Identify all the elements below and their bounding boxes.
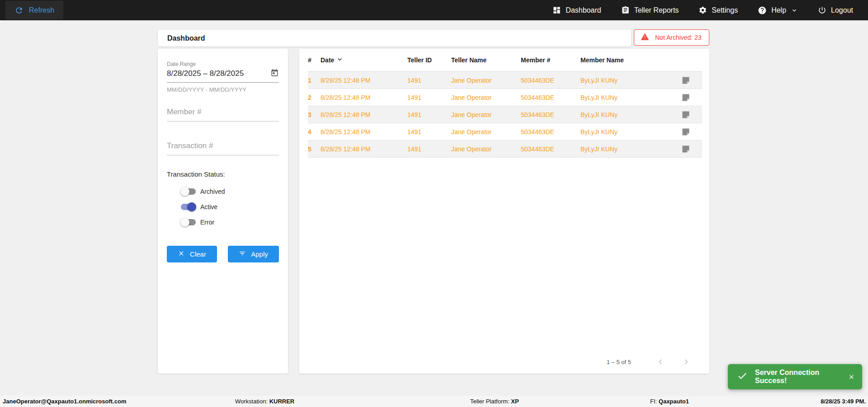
table-header-row: # Date Teller ID Teller Name Member # Me… — [308, 49, 702, 72]
close-icon — [178, 250, 185, 258]
col-header-date-label: Date — [321, 56, 334, 64]
note-icon[interactable] — [669, 145, 702, 154]
col-header-teller-name[interactable]: Teller Name — [451, 56, 521, 64]
toggle-error-switch — [180, 218, 196, 227]
date-range-helper: MM/DD/YYYY - MM/DD/YYYY — [167, 86, 279, 93]
note-icon[interactable] — [669, 127, 702, 136]
toggle-active[interactable]: Active — [180, 202, 279, 211]
cell-num: 1 — [308, 77, 321, 84]
table-row[interactable]: 5 8/28/25 12:48 PM 1491 Jane Operator 50… — [308, 140, 702, 158]
apply-button[interactable]: Apply — [228, 246, 279, 262]
toast-message: Server Connection Success! — [755, 369, 848, 385]
status-workstation-label: Workstation: — [235, 398, 268, 405]
table-row[interactable]: 1 8/28/25 12:48 PM 1491 Jane Operator 50… — [308, 72, 702, 89]
filter-buttons: Clear Apply — [167, 246, 279, 262]
col-header-num[interactable]: # — [308, 56, 321, 64]
cell-teller-id: 1491 — [407, 94, 451, 101]
table-body: 1 8/28/25 12:48 PM 1491 Jane Operator 50… — [308, 72, 702, 158]
col-header-date[interactable]: Date — [321, 56, 407, 65]
cell-member-num: 5034463DE — [521, 128, 580, 136]
transactions-panel: # Date Teller ID Teller Name Member # Me… — [299, 49, 709, 374]
nav-logout[interactable]: Logout — [818, 6, 853, 14]
col-header-member-num[interactable]: Member # — [521, 56, 580, 64]
refresh-label: Refresh — [29, 6, 54, 14]
toggle-active-switch — [180, 202, 196, 211]
status-teller-platform: Teller Platform: XP — [470, 398, 519, 405]
cell-member-name: ByLyJI KUNy — [580, 111, 669, 118]
cell-teller-name: Jane Operator — [451, 145, 521, 153]
refresh-button[interactable]: Refresh — [5, 1, 63, 19]
dashboard-icon — [552, 6, 561, 14]
cell-teller-name: Jane Operator — [451, 77, 521, 84]
cell-date: 8/28/25 12:48 PM — [321, 128, 407, 136]
page-title: Dashboard — [167, 34, 205, 42]
calendar-icon[interactable] — [270, 69, 279, 79]
nav-dashboard[interactable]: Dashboard — [552, 6, 601, 14]
power-icon — [818, 6, 826, 14]
col-header-teller-id[interactable]: Teller ID — [407, 56, 451, 64]
nav-dashboard-label: Dashboard — [566, 6, 601, 14]
toggle-error[interactable]: Error — [180, 218, 279, 227]
status-datetime: 8/28/25 3:49 PM. — [821, 398, 866, 405]
status-fi-value: Qaxpauto1 — [659, 398, 689, 405]
nav-right: Dashboard Teller Reports Settings Help — [552, 6, 853, 15]
note-icon[interactable] — [669, 110, 702, 119]
page-next-icon[interactable] — [681, 357, 691, 367]
cell-date: 8/28/25 12:48 PM — [321, 94, 407, 101]
refresh-icon — [14, 6, 24, 15]
table-row[interactable]: 4 8/28/25 12:48 PM 1491 Jane Operator 50… — [308, 123, 702, 140]
cell-date: 8/28/25 12:48 PM — [321, 77, 407, 84]
date-range-input[interactable] — [167, 69, 257, 78]
cell-teller-id: 1491 — [407, 128, 451, 136]
toggle-archived[interactable]: Archived — [180, 187, 279, 196]
not-archived-badge[interactable]: Not Archived: 23 — [634, 29, 709, 46]
cell-member-name: ByLyJI KUNy — [580, 94, 669, 101]
cell-member-name: ByLyJI KUNy — [580, 145, 669, 153]
nav-logout-label: Logout — [831, 6, 853, 14]
note-icon[interactable] — [669, 76, 702, 85]
table-row[interactable]: 2 8/28/25 12:48 PM 1491 Jane Operator 50… — [308, 89, 702, 106]
toggle-active-label: Active — [200, 203, 217, 211]
transaction-status-label: Transaction Status: — [167, 170, 279, 178]
date-range-field — [167, 69, 279, 83]
chevron-down-icon — [791, 7, 798, 14]
gear-icon — [698, 6, 707, 14]
top-nav: Refresh Dashboard Teller Reports Setting… — [0, 0, 868, 20]
date-range-label: Date Range — [167, 61, 279, 67]
nav-help[interactable]: Help — [758, 6, 798, 15]
check-icon — [737, 370, 748, 383]
cell-num: 5 — [308, 145, 321, 153]
sort-desc-icon — [336, 56, 344, 65]
col-header-member-name[interactable]: Member Name — [580, 56, 669, 64]
filters-panel: Date Range MM/DD/YYYY - MM/DD/YYYY Trans… — [158, 49, 288, 374]
success-toast: Server Connection Success! — [728, 364, 862, 389]
nav-teller-reports-label: Teller Reports — [634, 6, 679, 14]
member-number-input[interactable] — [167, 108, 279, 122]
help-icon — [758, 6, 767, 15]
transaction-number-input[interactable] — [167, 141, 279, 155]
cell-member-num: 5034463DE — [521, 94, 580, 101]
cell-member-name: ByLyJI KUNy — [580, 128, 669, 136]
status-user: JaneOperator@Qaxpauto1.onmicrosoft.com — [3, 398, 126, 405]
cell-num: 4 — [308, 128, 321, 136]
table-row[interactable]: 3 8/28/25 12:48 PM 1491 Jane Operator 50… — [308, 106, 702, 123]
status-workstation-value: KURRER — [269, 398, 295, 405]
nav-settings[interactable]: Settings — [698, 6, 738, 14]
cell-member-num: 5034463DE — [521, 111, 580, 118]
cell-teller-id: 1491 — [407, 145, 451, 153]
status-platform-label: Teller Platform: — [470, 398, 509, 405]
apply-button-label: Apply — [251, 250, 268, 258]
toggle-archived-switch — [180, 187, 196, 196]
clipboard-icon — [621, 6, 630, 14]
status-toggle-list: Archived Active Error — [180, 187, 279, 227]
cell-teller-id: 1491 — [407, 111, 451, 118]
status-fi-label: FI: — [650, 398, 657, 405]
cell-member-name: ByLyJI KUNy — [580, 77, 669, 84]
cell-member-num: 5034463DE — [521, 145, 580, 153]
clear-button[interactable]: Clear — [167, 246, 217, 262]
toast-close-icon[interactable] — [848, 374, 855, 380]
status-workstation: Workstation: KURRER — [235, 398, 294, 405]
note-icon[interactable] — [669, 93, 702, 102]
nav-teller-reports[interactable]: Teller Reports — [621, 6, 679, 14]
page-previous-icon[interactable] — [656, 357, 665, 367]
